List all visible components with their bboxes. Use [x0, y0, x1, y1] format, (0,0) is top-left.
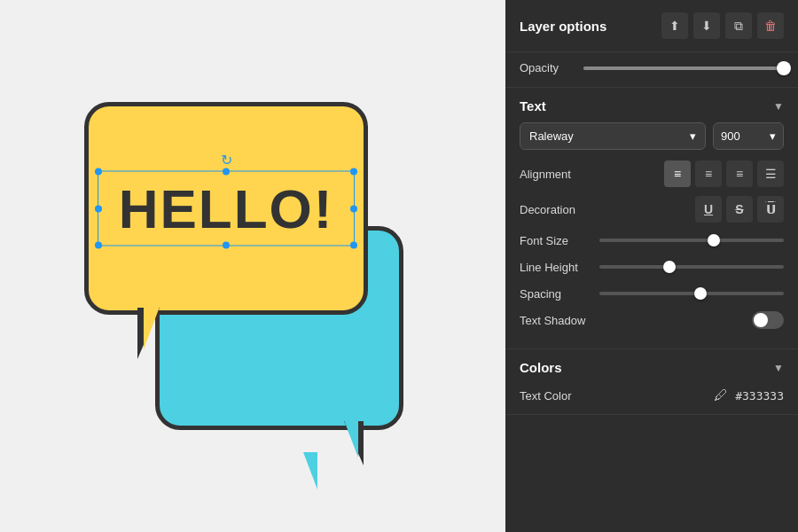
color-value-group: 🖊 #333333	[714, 387, 784, 403]
handle-top-right[interactable]	[350, 168, 357, 176]
artwork-group[interactable]: HELLO! ↻	[84, 102, 421, 430]
align-bottom-button[interactable]: ⬇	[693, 12, 720, 39]
bubble-blue-tail	[344, 420, 358, 458]
decoration-row: Decoration U S U̅	[520, 196, 784, 223]
font-size-label: Font Size	[520, 234, 599, 247]
align-right-button[interactable]: ≡	[726, 160, 753, 187]
text-color-label: Text Color	[520, 389, 572, 403]
font-family-chevron: ▾	[690, 129, 696, 143]
colors-section-header: Colors ▼	[520, 360, 784, 375]
opacity-slider[interactable]	[583, 66, 784, 70]
strikethrough-button[interactable]: S	[726, 196, 753, 223]
font-row: Raleway ▾ 900 ▾	[520, 122, 784, 150]
text-section-chevron[interactable]: ▼	[773, 100, 784, 113]
handle-bottom-right[interactable]	[350, 242, 357, 249]
underline-button[interactable]: U	[695, 196, 722, 223]
text-section: Text ▼ Raleway ▾ 900 ▾ Alignment ≡ ≡ ≡ ☰	[505, 88, 798, 349]
font-weight-value: 900	[721, 129, 740, 143]
align-center-button[interactable]: ≡	[695, 160, 722, 187]
line-height-row: Line Height	[520, 258, 784, 276]
text-shadow-toggle[interactable]	[752, 311, 784, 329]
font-family-dropdown[interactable]: Raleway ▾	[520, 122, 706, 150]
spacing-label: Spacing	[520, 287, 599, 301]
layer-options-title: Layer options	[520, 19, 606, 34]
spacing-slider[interactable]	[599, 285, 784, 302]
align-top-button[interactable]: ⬆	[661, 12, 688, 39]
decoration-icons: U S U̅	[695, 196, 784, 223]
eyedropper-button[interactable]: 🖊	[714, 387, 728, 403]
opacity-row: Opacity	[505, 52, 798, 88]
font-size-slider[interactable]	[599, 231, 784, 249]
opacity-label: Opacity	[520, 61, 573, 74]
alignment-row: Alignment ≡ ≡ ≡ ☰	[520, 160, 784, 187]
handle-middle-right[interactable]	[350, 205, 357, 212]
delete-button[interactable]: 🗑	[757, 12, 784, 39]
alignment-icons: ≡ ≡ ≡ ☰	[664, 160, 784, 187]
text-shadow-label: Text Shadow	[520, 314, 599, 327]
layer-icons: ⬆ ⬇ ⧉ 🗑	[661, 12, 784, 39]
text-shadow-row: Text Shadow	[520, 311, 784, 329]
font-weight-chevron: ▾	[770, 129, 776, 143]
decoration-label: Decoration	[520, 203, 599, 216]
duplicate-button[interactable]: ⧉	[725, 12, 752, 39]
spacing-row: Spacing	[520, 285, 784, 302]
canvas: HELLO! ↻	[0, 0, 505, 532]
colors-section: Colors ▼ Text Color 🖊 #333333	[505, 349, 798, 415]
handle-top-left[interactable]	[95, 168, 102, 176]
overline-button[interactable]: U̅	[757, 196, 784, 223]
bubble-yellow[interactable]: HELLO! ↻	[84, 102, 368, 315]
justify-button[interactable]: ☰	[757, 160, 784, 187]
font-size-row: Font Size	[520, 231, 784, 249]
text-section-title: Text	[520, 98, 546, 113]
right-panel: Layer options ⬆ ⬇ ⧉ 🗑 Opacity Text ▼ Ral…	[505, 0, 798, 532]
handle-top-center[interactable]	[223, 168, 230, 176]
rotate-handle[interactable]: ↻	[219, 153, 233, 167]
colors-section-title: Colors	[520, 360, 562, 375]
layer-options-bar: Layer options ⬆ ⬇ ⧉ 🗑	[505, 0, 798, 52]
bubble-yellow-tail	[144, 307, 160, 349]
alignment-label: Alignment	[520, 168, 599, 181]
align-left-button[interactable]: ≡	[664, 160, 691, 187]
text-color-row: Text Color 🖊 #333333	[520, 384, 784, 403]
handle-middle-left[interactable]	[95, 205, 102, 212]
line-height-label: Line Height	[520, 261, 599, 274]
hello-text: HELLO!	[119, 177, 334, 240]
handle-bottom-left[interactable]	[95, 242, 102, 249]
text-section-header: Text ▼	[520, 98, 784, 113]
colors-section-chevron[interactable]: ▼	[773, 362, 784, 374]
font-weight-dropdown[interactable]: 900 ▾	[713, 122, 784, 150]
text-color-hex: #333333	[735, 389, 784, 403]
toggle-knob	[754, 313, 768, 327]
line-height-slider[interactable]	[599, 258, 784, 276]
font-family-value: Raleway	[529, 129, 574, 143]
handle-bottom-center[interactable]	[223, 242, 230, 249]
